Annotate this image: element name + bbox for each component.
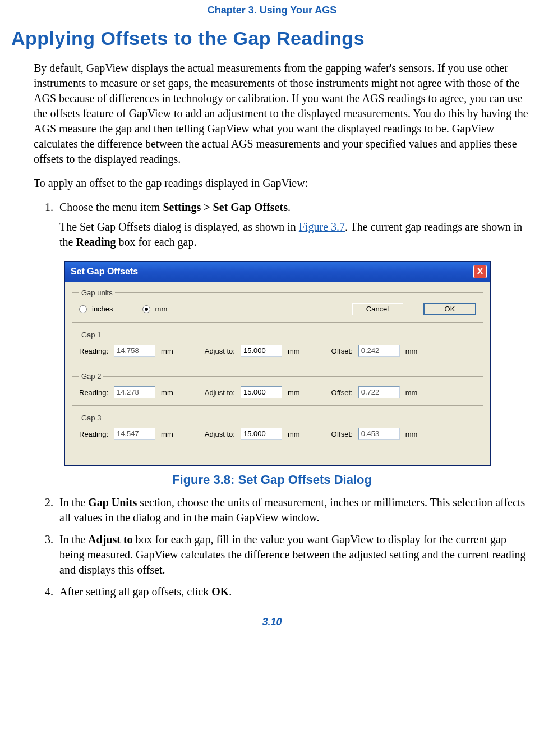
- reading-label: Reading:: [79, 388, 108, 397]
- step-1-sub: The Set Gap Offsets dialog is displayed,…: [59, 219, 533, 250]
- step-1-text-a: Choose the menu item: [59, 201, 163, 213]
- offset-label: Offset:: [331, 388, 353, 397]
- gap-units-legend: Gap units: [79, 288, 115, 297]
- step-3: In the Adjust to box for each gap, fill …: [56, 532, 533, 578]
- section-title: Applying Offsets to the Gap Readings: [11, 28, 533, 49]
- unit-label: mm: [288, 347, 300, 355]
- chapter-header: Chapter 3. Using Your AGS: [11, 0, 533, 22]
- gap-3-group: Gap 3 Reading: 14.547 mm Adjust to: 15.0…: [72, 414, 483, 447]
- step3-bold: Adjust to: [88, 533, 132, 546]
- adjust-label: Adjust to:: [205, 388, 235, 397]
- offset-label: Offset:: [331, 430, 353, 438]
- unit-label: mm: [405, 347, 418, 355]
- unit-label: mm: [288, 388, 300, 397]
- unit-label: mm: [288, 430, 300, 438]
- step-1: Choose the menu item Settings > Set Gap …: [56, 200, 533, 250]
- unit-label: mm: [161, 388, 173, 397]
- close-icon[interactable]: X: [473, 265, 487, 278]
- figure-link[interactable]: Figure 3.7: [299, 221, 345, 233]
- gap2-offset-field: 0.722: [358, 386, 400, 398]
- step4-bold: OK: [211, 585, 229, 598]
- radio-inches-label: inches: [92, 305, 113, 313]
- radio-mm[interactable]: [142, 305, 150, 313]
- dialog-title: Set Gap Offsets: [71, 267, 138, 277]
- adjust-label: Adjust to:: [205, 347, 235, 355]
- cancel-button[interactable]: Cancel: [352, 303, 403, 315]
- step-4: After setting all gap offsets, click OK.: [56, 584, 533, 599]
- gap-2-legend: Gap 2: [79, 372, 103, 381]
- gap3-reading-field: 14.547: [114, 428, 155, 440]
- unit-label: mm: [405, 388, 418, 397]
- step4-c: .: [229, 585, 232, 598]
- gap-1-group: Gap 1 Reading: 14.758 mm Adjust to: 15.0…: [72, 331, 483, 364]
- gap3-offset-field: 0.453: [358, 428, 400, 440]
- menu-path: Settings > Set Gap Offsets: [163, 201, 288, 213]
- unit-label: mm: [161, 430, 173, 438]
- radio-inches[interactable]: [79, 305, 87, 313]
- gap1-offset-field: 0.242: [358, 345, 400, 357]
- set-gap-offsets-dialog: Set Gap Offsets X Gap units inches mm: [64, 261, 491, 466]
- step-1-text-b: .: [288, 201, 291, 213]
- gap-3-legend: Gap 3: [79, 414, 103, 422]
- step1-sub-a: The Set Gap Offsets dialog is displayed,…: [59, 221, 299, 233]
- gap-units-group: Gap units inches mm Cancel OK: [72, 288, 483, 323]
- dialog-titlebar: Set Gap Offsets X: [65, 262, 490, 282]
- gap2-adjust-field[interactable]: 15.000: [241, 386, 282, 398]
- radio-mm-label: mm: [155, 305, 168, 313]
- intro-paragraph: By default, GapView displays the actual …: [34, 61, 533, 167]
- step3-a: In the: [59, 533, 88, 546]
- gap1-adjust-field[interactable]: 15.000: [241, 345, 282, 357]
- figure-caption: Figure 3.8: Set Gap Offsets Dialog: [11, 473, 533, 487]
- unit-label: mm: [405, 430, 418, 438]
- step1-sub-c: box for each gap.: [116, 236, 197, 248]
- offset-label: Offset:: [331, 347, 353, 355]
- gap-1-legend: Gap 1: [79, 331, 103, 339]
- unit-label: mm: [161, 347, 173, 355]
- gap-2-group: Gap 2 Reading: 14.278 mm Adjust to: 15.0…: [72, 372, 483, 406]
- reading-label: Reading:: [79, 347, 108, 355]
- step2-a: In the: [59, 496, 88, 508]
- adjust-label: Adjust to:: [205, 430, 235, 438]
- gap1-reading-field: 14.758: [114, 345, 155, 357]
- reading-bold: Reading: [76, 236, 116, 248]
- lead-in: To apply an offset to the gap readings d…: [34, 176, 533, 191]
- page-number: 3.10: [11, 616, 533, 628]
- gap2-reading-field: 14.278: [114, 386, 155, 398]
- step2-bold: Gap Units: [88, 496, 137, 508]
- step4-a: After setting all gap offsets, click: [59, 585, 211, 598]
- ok-button[interactable]: OK: [423, 303, 476, 315]
- gap3-adjust-field[interactable]: 15.000: [241, 428, 282, 440]
- reading-label: Reading:: [79, 430, 108, 438]
- step-2: In the Gap Units section, choose the uni…: [56, 495, 533, 525]
